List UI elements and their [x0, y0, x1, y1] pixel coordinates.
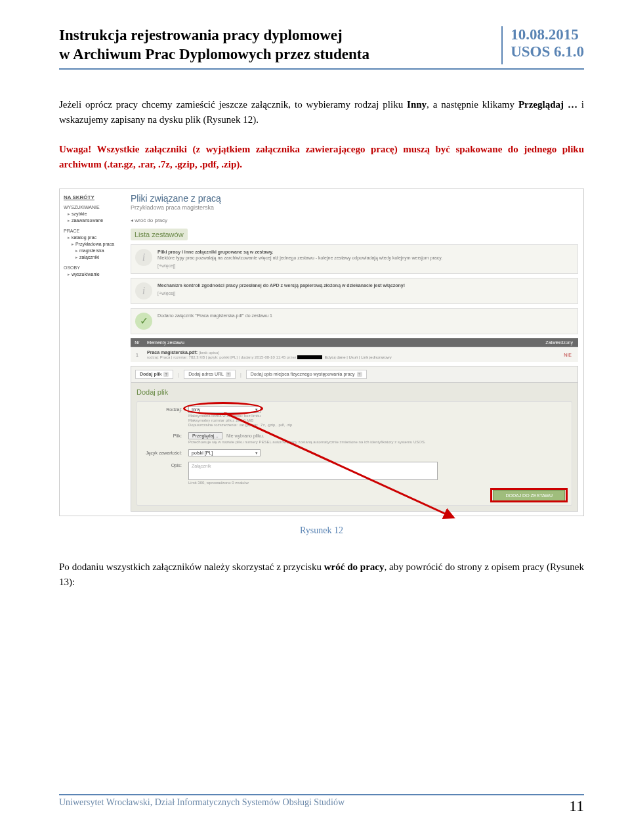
- edit-link[interactable]: Edytuj dane | Usuń | Link jednorazowy: [325, 355, 392, 359]
- main-panel: Pliki związane z pracą Przykładowa praca…: [125, 189, 583, 516]
- language-select[interactable]: polski [PL]: [188, 449, 261, 456]
- paragraph-2: Po dodaniu wszystkich załączników należy…: [59, 560, 584, 590]
- highlight-ellipse: [183, 402, 263, 415]
- row-approved: NIE: [539, 347, 578, 362]
- sidebar-works-section: PRACE: [64, 229, 121, 233]
- row-nr: 1: [131, 347, 144, 362]
- info-more-link[interactable]: [+więcej]: [158, 263, 442, 269]
- tabs-row: Dodaj plik? | Dodaj adres URL? | Dodaj o…: [131, 366, 578, 382]
- field-language: Język zawartości: polski [PL]: [141, 449, 568, 456]
- screenshot-figure: NA SKRÓTY WYSZUKIWANIE szybkie zaawansow…: [59, 188, 584, 517]
- sidebar-item-advanced[interactable]: zaawansowane: [64, 217, 121, 224]
- header-meta: 10.08.2015 USOS 6.1.0: [501, 26, 584, 64]
- attachments-table: Nr Elementy zestawu Zatwierdzony 1 Praca…: [131, 338, 578, 362]
- help-icon[interactable]: ?: [163, 372, 169, 377]
- col-approved: Zatwierdzony: [539, 338, 578, 347]
- sidebar-item-quick[interactable]: szybkie: [64, 211, 121, 217]
- info-icon: i: [135, 249, 152, 266]
- figure-caption: Rysunek 12: [59, 525, 584, 536]
- footer-text: Uniwersytet Wrocławski, Dział Informatyc…: [59, 797, 345, 808]
- check-icon: ✓: [135, 313, 152, 330]
- header-date: 10.08.2015: [511, 26, 584, 43]
- file-status: Nie wybrano pliku.: [226, 433, 264, 438]
- list-heading: Lista zestawów: [131, 229, 188, 240]
- header-version: USOS 6.1.0: [511, 43, 584, 60]
- browse-button[interactable]: Przeglądaj…: [188, 432, 222, 439]
- help-icon[interactable]: ?: [226, 372, 231, 377]
- col-nr: Nr: [131, 338, 144, 347]
- tab-add-url[interactable]: Dodaj adres URL?: [184, 370, 236, 379]
- sidebar-item-catalog[interactable]: katalog prac: [64, 234, 121, 241]
- highlight-rect: [490, 488, 568, 502]
- row-content: Praca magisterska.pdf: [brak opisu] rodz…: [144, 347, 539, 362]
- info-box-1: i Pliki pracy i inne załączniki grupowan…: [131, 244, 578, 274]
- add-file-panel: Dodaj plik Rodzaj: Inny Maksymalna liczb…: [131, 382, 578, 512]
- info-box-2: i Mechanizm kontroli zgodności pracy prz…: [131, 278, 578, 304]
- panel-heading: Dodaj plik: [136, 388, 572, 396]
- sidebar-item-example1[interactable]: Przykładowa praca: [64, 241, 121, 248]
- sidebar: NA SKRÓTY WYSZUKIWANIE szybkie zaawansow…: [60, 189, 125, 516]
- warning-text: Uwaga! Wszystkie załączniki (z wyjątkiem…: [59, 142, 584, 173]
- header-title: Instrukcja rejestrowania pracy dyplomowe…: [59, 26, 369, 64]
- main-subtitle: Przykładowa praca magisterska: [131, 204, 578, 211]
- help-icon[interactable]: ?: [357, 372, 362, 377]
- main-heading: Pliki związane z pracą: [131, 193, 578, 204]
- tab-add-location[interactable]: Dodaj opis miejsca fizycznego występowan…: [246, 370, 367, 379]
- page-header: Instrukcja rejestrowania pracy dyplomowe…: [59, 26, 584, 70]
- paragraph-1: Jeżeli oprócz pracy chcemy zamieścić jes…: [59, 97, 584, 128]
- sidebar-item-people-search[interactable]: wyszukiwanie: [64, 271, 121, 278]
- header-title-line1: Instrukcja rejestrowania pracy dyplomowe…: [59, 26, 369, 45]
- table-row: 1 Praca magisterska.pdf: [brak opisu] ro…: [131, 347, 578, 362]
- info-icon: i: [135, 282, 152, 299]
- page-footer: Uniwersytet Wrocławski, Dział Informatyc…: [59, 794, 584, 815]
- description-textarea[interactable]: Załącznik: [188, 462, 438, 480]
- back-link[interactable]: wróć do pracy: [131, 216, 578, 225]
- field-description: Opis: Załącznik Limit 300, wprowadzono 0…: [141, 462, 568, 485]
- success-box: ✓ Dodano załącznik "Praca magisterska.pd…: [131, 308, 578, 334]
- col-elements: Elementy zestawu: [144, 338, 539, 347]
- tab-add-file[interactable]: Dodaj plik?: [135, 370, 173, 379]
- sidebar-shortcuts: NA SKRÓTY: [64, 194, 121, 200]
- sidebar-search-section: WYSZUKIWANIE: [64, 205, 121, 210]
- sidebar-item-attachments[interactable]: załączniki: [64, 254, 121, 261]
- page-number: 11: [569, 797, 584, 815]
- info-more-link[interactable]: [+więcej]: [158, 290, 405, 296]
- sidebar-people-section: OSOBY: [64, 265, 121, 270]
- sidebar-item-example2: magisterska: [64, 248, 121, 254]
- field-file: Plik: Przeglądaj… Nie wybrano pliku. Prz…: [141, 432, 568, 444]
- field-type: Rodzaj: Inny Maksymalna liczba w zestawi…: [141, 406, 568, 427]
- redacted-name: [297, 355, 322, 359]
- header-title-line2: w Archiwum Prac Dyplomowych przez studen…: [59, 45, 369, 64]
